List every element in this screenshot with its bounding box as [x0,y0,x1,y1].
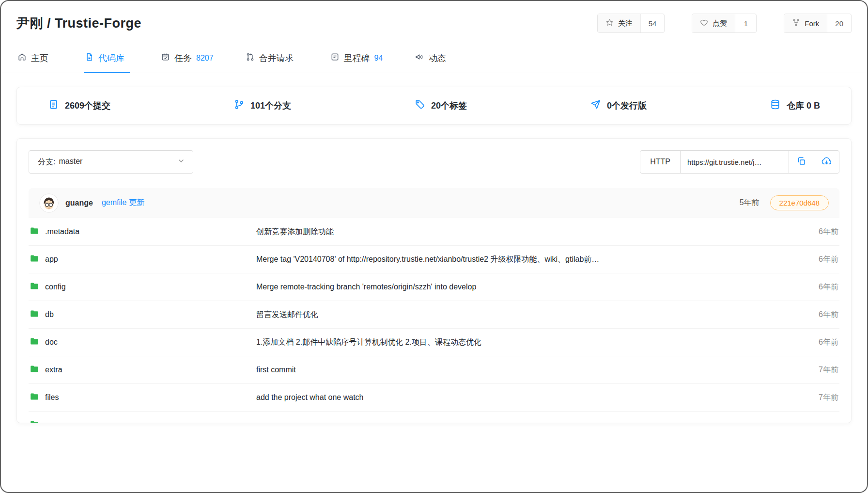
folder-icon [30,282,39,292]
stat-repo-size-label: 仓库 0 B [787,100,820,111]
commit-message-link[interactable]: gemfile 更新 [102,198,144,208]
tab-tasks-label: 任务 [174,52,192,64]
file-time: 6年前 [819,227,838,237]
fork-label: Fork [805,19,819,28]
like-label: 点赞 [713,19,727,28]
home-icon [17,52,27,64]
file-commit-message[interactable]: add the project what one watch [256,393,819,402]
file-name-cell[interactable]: .metadata [30,226,256,237]
task-icon [161,52,170,64]
file-name-cell[interactable]: app [30,254,256,265]
milestone-icon [330,52,340,64]
watch-button[interactable]: 关注 54 [597,14,665,33]
download-button[interactable] [814,151,839,173]
copy-url-button[interactable] [789,151,814,173]
file-commit-message[interactable]: 留言发送邮件优化 [256,310,819,320]
tab-activity-label: 动态 [428,52,446,64]
watch-count: 54 [640,14,665,32]
stat-branches-label: 101个分支 [250,100,291,111]
tab-tasks-count: 8207 [196,54,214,63]
file-commit-message[interactable]: 1.添加文档 2.邮件中缺陷序号计算机制优化 2.项目、课程动态优化 [256,337,819,348]
tab-code[interactable]: 代码库 [84,51,130,73]
table-row: .metadata 创新竞赛添加删除功能 6年前 [29,218,839,246]
repo-actions: 关注 54 点赞 1 Fork 20 [597,14,852,33]
branch-icon [233,99,245,112]
stat-branches[interactable]: 101个分支 [233,99,291,112]
like-count: 1 [735,14,756,32]
stat-commits-label: 2609个提交 [65,100,110,111]
page-title: 尹刚 / Trustie-Forge [16,15,141,32]
stat-tags-label: 20个标签 [431,100,467,111]
heart-icon [700,18,708,28]
like-button[interactable]: 点赞 1 [692,14,757,33]
table-row: extra first commit 7年前 [29,356,839,384]
merge-icon [246,52,255,64]
repo-icon [85,52,94,64]
tab-merge-requests[interactable]: 合并请求 [245,51,299,73]
protocol-toggle[interactable]: HTTP [640,151,681,173]
branch-label: 分支: [38,157,55,167]
tab-home[interactable]: 主页 [16,51,54,73]
release-icon [590,99,601,112]
file-name: db [45,310,54,319]
tab-milestones-label: 里程碑 [344,52,370,64]
file-name-cell[interactable]: config [30,282,256,292]
chevron-down-icon [177,157,185,167]
app-window: 尹刚 / Trustie-Forge 关注 54 点赞 1 [0,0,868,493]
tab-milestones[interactable]: 里程碑 94 [329,51,384,73]
table-row: app Merge tag 'V20140708' of http://repo… [29,246,839,273]
file-name: app [45,255,58,264]
file-name-cell[interactable]: files [30,392,256,403]
fork-icon [792,18,800,28]
fork-button[interactable]: Fork 20 [784,14,852,33]
database-icon [770,99,781,112]
avatar[interactable] [39,193,59,213]
stat-repo-size[interactable]: 仓库 0 B [770,99,820,112]
copy-icon [796,156,806,168]
file-commit-message[interactable]: Merge tag 'V20140708' of http://reposito… [256,254,819,265]
folder-icon [30,420,39,423]
tag-icon [414,99,425,112]
file-commit-message[interactable]: first commit [256,366,819,374]
tab-merge-requests-label: 合并请求 [259,52,294,64]
file-name: extra [45,366,62,374]
latest-commit-row: guange gemfile 更新 5年前 221e70d648 [29,188,839,218]
clone-url-input[interactable] [687,158,787,166]
file-name-cell[interactable]: extra [30,365,256,375]
folder-icon [30,226,39,237]
repo-stats-bar: 2609个提交 101个分支 20个标签 0个发行版 仓库 0 B [16,87,852,125]
activity-icon [415,52,424,64]
file-time: 7年前 [819,393,838,403]
file-time: 6年前 [819,254,838,265]
commit-author[interactable]: guange [65,199,93,207]
tab-code-label: 代码库 [98,52,124,64]
watch-label: 关注 [618,19,633,28]
stat-releases-label: 0个发行版 [607,100,647,111]
commit-time: 5年前 [740,198,760,208]
file-commit-message[interactable]: Merge remote-tracking branch 'remotes/or… [256,283,819,291]
file-commit-message[interactable]: 创新竞赛添加删除功能 [256,227,819,237]
cloud-download-icon [822,156,832,168]
folder-icon [30,365,39,375]
file-name: config [45,283,66,291]
stat-releases[interactable]: 0个发行版 [590,99,647,112]
repo-tabs: 主页 代码库 任务 8207 合并请求 里程碑 94 动态 [1,51,867,73]
stat-tags[interactable]: 20个标签 [414,99,467,112]
file-name: files [45,393,59,402]
tab-tasks[interactable]: 任务 8207 [160,51,215,73]
file-name-cell[interactable]: db [30,309,256,320]
file-browser-card: 分支: master HTTP [16,138,852,423]
tab-activity[interactable]: 动态 [414,51,451,73]
stat-commits[interactable]: 2609个提交 [48,99,110,112]
folder-icon [30,254,39,265]
file-name-cell[interactable]: doc [30,337,256,348]
file-time: 7年前 [819,365,838,375]
star-icon [605,18,614,28]
folder-icon [30,337,39,348]
branch-selector[interactable]: 分支: master [29,150,193,174]
clone-url-group: HTTP [640,150,839,174]
commit-hash-badge[interactable]: 221e70d648 [770,195,829,210]
file-name-cell[interactable] [30,420,256,423]
table-row: files add the project what one watch 7年前 [29,384,839,412]
file-time: 6年前 [819,337,838,348]
